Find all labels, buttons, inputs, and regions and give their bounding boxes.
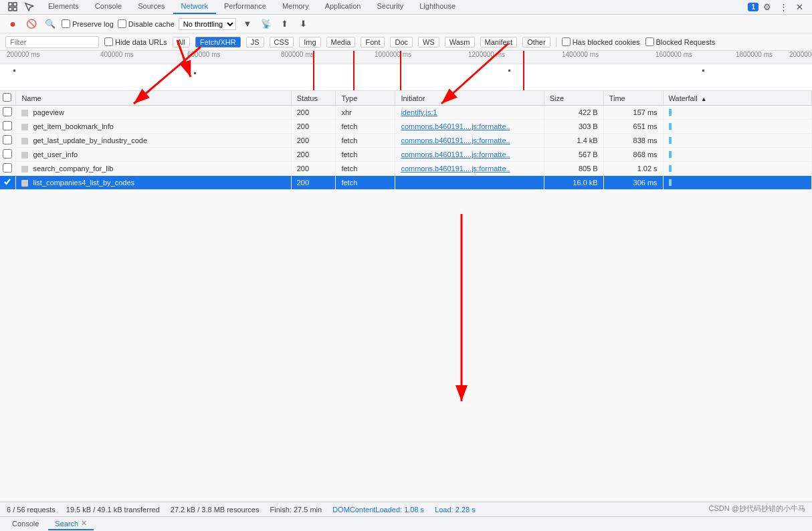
search-tab-close[interactable]: ✕: [81, 519, 87, 528]
row-checkbox[interactable]: [3, 135, 12, 144]
row-checkbox[interactable]: [3, 107, 12, 116]
blocked-requests-checkbox[interactable]: Blocked Requests: [645, 37, 716, 46]
initiator-link[interactable]: commons.b460191....js:formatte..: [401, 150, 510, 158]
dom-content-loaded[interactable]: DOMContentLoaded: 1.08 s: [332, 506, 424, 514]
size-col-header[interactable]: Size: [544, 91, 603, 106]
row-checkbox-cell: [0, 162, 16, 176]
svg-rect-1: [13, 3, 17, 6]
row-waterfall: [663, 134, 811, 148]
waterfall-col-header[interactable]: Waterfall ▲: [663, 91, 811, 106]
row-checkbox[interactable]: [3, 177, 12, 187]
network-table: Name Status Type Initiator Size Time Wat…: [0, 91, 812, 190]
table-row[interactable]: get_user_info 200 fetch commons.b460191.…: [0, 148, 812, 162]
time-col-header[interactable]: Time: [603, 91, 663, 106]
filter-doc[interactable]: Doc: [390, 37, 413, 47]
tab-count-badge: 1: [748, 3, 758, 11]
row-type: xhr: [336, 106, 395, 120]
initiator-col-header[interactable]: Initiator: [395, 91, 544, 106]
tab-memory[interactable]: Memory: [274, 0, 317, 14]
row-size: 805 B: [544, 162, 603, 176]
table-row[interactable]: search_company_for_lib 200 fetch commons…: [0, 162, 812, 176]
transferred-size: 19.5 kB / 49.1 kB transferred: [66, 506, 160, 514]
ruler-4: 1000000 ms: [375, 51, 411, 58]
row-initiator: commons.b460191....js:formatte..: [395, 120, 544, 134]
finish-time: Finish: 27.5 min: [270, 506, 322, 514]
tab-network[interactable]: Network: [173, 0, 216, 14]
tab-lighthouse[interactable]: Lighthouse: [411, 0, 464, 14]
filter-search-icon[interactable]: 🔍: [43, 17, 58, 31]
row-time: 868 ms: [603, 148, 663, 162]
row-status: 200: [291, 134, 336, 148]
table-row[interactable]: list_companies4_list_by_codes 200 fetch …: [0, 176, 812, 190]
tab-application[interactable]: Application: [317, 0, 369, 14]
row-name: get_last_update_by_industry_code: [16, 134, 291, 148]
svg-rect-0: [9, 3, 12, 6]
row-checkbox-cell: [0, 106, 16, 120]
filter-img[interactable]: Img: [299, 37, 320, 47]
row-name: search_company_for_lib: [16, 162, 291, 176]
inspect-icon[interactable]: [5, 0, 20, 14]
row-time: 1.02 s: [603, 162, 663, 176]
record-button[interactable]: ●: [5, 17, 20, 31]
has-blocked-cookies-checkbox[interactable]: Has blocked cookies: [562, 37, 640, 46]
filter-all[interactable]: All: [173, 37, 190, 47]
load-time[interactable]: Load: 2.28 s: [435, 506, 476, 514]
waterfall-sort-icon: ▲: [701, 96, 707, 102]
requests-count: 6 / 56 requests: [7, 506, 56, 514]
select-all-checkbox[interactable]: [3, 93, 11, 102]
filter-font[interactable]: Font: [361, 37, 385, 47]
tab-performance[interactable]: Performance: [216, 0, 274, 14]
filter-wasm[interactable]: Wasm: [445, 37, 475, 47]
tab-sources[interactable]: Sources: [130, 0, 173, 14]
tab-console[interactable]: Console: [87, 0, 130, 14]
initiator-link[interactable]: commons.b460191....js:formatte..: [401, 122, 510, 130]
filter-fetch-xhr[interactable]: Fetch/XHR: [195, 37, 241, 47]
table-row[interactable]: pageview 200 xhr identify.js:1 422 B 157…: [0, 106, 812, 120]
bottom-tab-console[interactable]: Console: [5, 518, 45, 530]
close-icon[interactable]: ✕: [792, 0, 807, 14]
filter-media[interactable]: Media: [326, 37, 356, 47]
more-icon[interactable]: ⋮: [776, 0, 791, 14]
row-size: 567 B: [544, 148, 603, 162]
filter-other[interactable]: Other: [522, 37, 550, 47]
filter-manifest[interactable]: Manifest: [480, 37, 518, 47]
initiator-link[interactable]: commons.b460191....js:formatte..: [401, 165, 510, 173]
throttling-select[interactable]: No throttling: [179, 18, 236, 30]
initiator-link[interactable]: identify.js:1: [401, 108, 437, 116]
initiator-link[interactable]: commons.b460191....js:formatte..: [401, 136, 510, 144]
preserve-log-checkbox[interactable]: Preserve log: [62, 19, 114, 28]
filter-ws[interactable]: WS: [418, 37, 439, 47]
import-button[interactable]: ⬆: [278, 17, 292, 31]
row-checkbox[interactable]: [3, 149, 12, 158]
row-status: 200: [291, 176, 336, 190]
settings-icon[interactable]: ⚙: [760, 0, 775, 14]
hide-data-urls-checkbox[interactable]: Hide data URLs: [104, 37, 167, 46]
row-time: 651 ms: [603, 120, 663, 134]
tab-elements[interactable]: Elements: [40, 0, 87, 14]
cursor-icon[interactable]: [21, 0, 36, 14]
row-checkbox[interactable]: [3, 163, 12, 173]
disable-cache-checkbox[interactable]: Disable cache: [118, 19, 175, 28]
filter-input[interactable]: [5, 36, 99, 48]
row-waterfall: [663, 120, 811, 134]
row-size: 16.0 kB: [544, 176, 603, 190]
status-col-header[interactable]: Status: [291, 91, 336, 106]
network-table-container: Name Status Type Initiator Size Time Wat…: [0, 91, 812, 483]
tab-security[interactable]: Security: [369, 0, 411, 14]
table-row[interactable]: get_last_update_by_industry_code 200 fet…: [0, 134, 812, 148]
clear-button[interactable]: 🚫: [24, 17, 39, 31]
filter-js[interactable]: JS: [246, 37, 264, 47]
name-col-header[interactable]: Name: [16, 91, 291, 106]
type-col-header[interactable]: Type: [336, 91, 395, 106]
bottom-tab-search[interactable]: Search ✕: [48, 518, 94, 530]
ruler-0: 200000 ms: [7, 51, 39, 58]
row-status: 200: [291, 148, 336, 162]
network-conditions-icon[interactable]: 📡: [259, 17, 274, 31]
initiator-link[interactable]: commons.b460191....js:formatte..: [401, 179, 510, 187]
row-name: get_item_bookmark_info: [16, 120, 291, 134]
throttling-icon[interactable]: ▼: [240, 17, 255, 31]
table-row[interactable]: get_item_bookmark_info 200 fetch commons…: [0, 120, 812, 134]
filter-css[interactable]: CSS: [270, 37, 294, 47]
row-checkbox[interactable]: [3, 121, 12, 130]
export-button[interactable]: ⬇: [296, 17, 311, 31]
